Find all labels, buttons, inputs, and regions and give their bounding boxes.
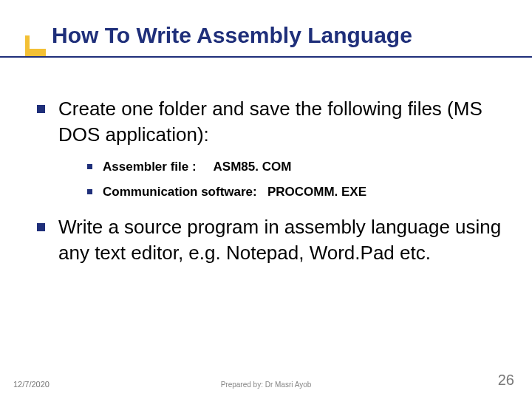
bullet-level1: Create one folder and save the following… bbox=[37, 96, 502, 148]
slide: How To Write Assembly Language Create on… bbox=[0, 0, 532, 399]
square-bullet-icon bbox=[87, 189, 92, 194]
sub-bullets: Assembler file : ASM85. COM Communicatio… bbox=[87, 158, 502, 201]
content-area: Create one folder and save the following… bbox=[30, 96, 502, 266]
slide-title: How To Write Assembly Language bbox=[30, 22, 415, 49]
bullet-level1: Write a source program in assembly langu… bbox=[37, 214, 502, 266]
square-bullet-icon bbox=[87, 164, 92, 169]
sub-bullet-text: Communication software: PROCOMM. EXE bbox=[103, 183, 366, 201]
square-bullet-icon bbox=[37, 105, 45, 113]
sub-bullet-text: Assembler file : ASM85. COM bbox=[103, 158, 291, 176]
footer: 12/7/2020 Prepared by: Dr Masri Ayob 26 bbox=[0, 372, 532, 389]
bullet-text: Write a source program in assembly langu… bbox=[58, 214, 502, 266]
bullet-level2: Communication software: PROCOMM. EXE bbox=[87, 183, 502, 201]
footer-prepared-by: Prepared by: Dr Masri Ayob bbox=[0, 381, 532, 389]
title-area: How To Write Assembly Language bbox=[30, 22, 502, 49]
bullet-text: Create one folder and save the following… bbox=[58, 96, 502, 148]
bullet-level2: Assembler file : ASM85. COM bbox=[87, 158, 502, 176]
square-bullet-icon bbox=[37, 223, 45, 231]
title-underline bbox=[0, 56, 532, 58]
